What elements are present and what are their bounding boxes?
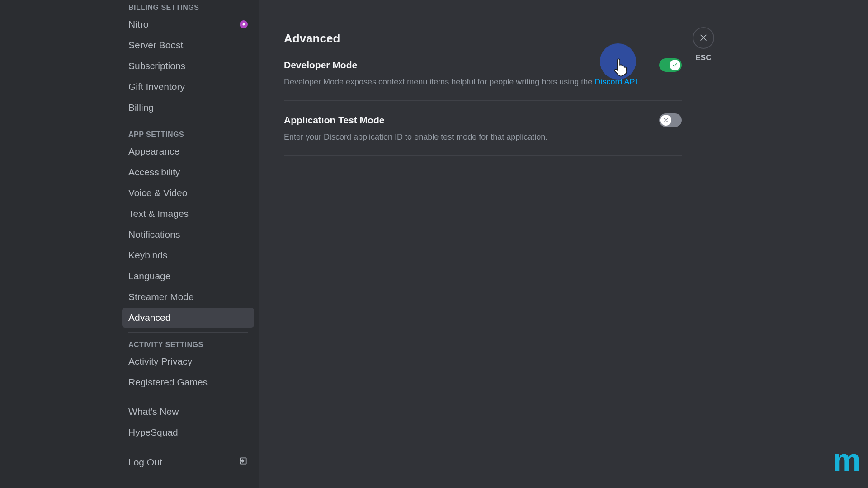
sidebar-item-label: HypeSquad (128, 427, 178, 438)
sidebar-item-label: Notifications (128, 229, 180, 240)
sidebar-item-keybinds[interactable]: Keybinds (122, 245, 254, 265)
sidebar-item-activity-privacy[interactable]: Activity Privacy (122, 352, 254, 371)
sidebar-item-label: Appearance (128, 146, 179, 157)
close-icon (698, 32, 708, 44)
sidebar-item-label: Nitro (128, 19, 148, 30)
sidebar-item-label: Language (128, 271, 170, 282)
setting-title: Application Test Mode (284, 115, 384, 126)
setting-application-test-mode: Application Test Mode Enter your Discord… (284, 113, 682, 155)
left-empty-region (0, 0, 117, 488)
esc-label: ESC (696, 53, 712, 62)
sidebar-item-server-boost[interactable]: Server Boost (122, 35, 254, 55)
toggle-knob (660, 115, 671, 126)
desc-text: . (637, 77, 639, 86)
sidebar-item-whats-new[interactable]: What's New (122, 402, 254, 422)
sidebar-item-accessibility[interactable]: Accessibility (122, 162, 254, 182)
svg-point-0 (243, 23, 245, 26)
toggle-knob (670, 60, 680, 70)
sidebar-item-advanced[interactable]: Advanced (122, 308, 254, 328)
sidebar-item-gift-inventory[interactable]: Gift Inventory (122, 77, 254, 97)
sidebar-item-nitro[interactable]: Nitro (122, 14, 254, 34)
desc-text: Developer Mode exposes context menu item… (284, 77, 594, 86)
sidebar-item-label: Accessibility (128, 167, 180, 178)
sidebar-item-subscriptions[interactable]: Subscriptions (122, 56, 254, 76)
divider (284, 100, 682, 101)
sidebar-item-label: Keybinds (128, 250, 167, 261)
sidebar-item-language[interactable]: Language (122, 266, 254, 286)
setting-title: Developer Mode (284, 60, 357, 70)
sidebar-item-label: Log Out (128, 457, 162, 468)
close-area: ESC (693, 27, 714, 62)
sidebar-item-text-images[interactable]: Text & Images (122, 204, 254, 224)
developer-mode-toggle[interactable] (659, 58, 682, 72)
discord-api-link[interactable]: Discord API (594, 77, 637, 86)
sidebar-item-label: Advanced (128, 312, 170, 323)
sidebar-item-label: Activity Privacy (128, 356, 192, 367)
divider (128, 122, 248, 122)
setting-description: Developer Mode exposes context menu item… (284, 76, 682, 88)
sidebar-item-notifications[interactable]: Notifications (122, 225, 254, 244)
sidebar-item-label: Voice & Video (128, 188, 187, 198)
sidebar-item-label: What's New (128, 406, 179, 417)
setting-developer-mode: Developer Mode Developer Mode exposes co… (284, 58, 682, 100)
divider (128, 447, 248, 447)
divider (284, 155, 682, 156)
sidebar-item-streamer-mode[interactable]: Streamer Mode (122, 287, 254, 307)
section-header-app: APP SETTINGS (122, 127, 254, 141)
section-header-activity: ACTIVITY SETTINGS (122, 337, 254, 352)
close-button[interactable] (693, 27, 714, 49)
sidebar-item-label: Streamer Mode (128, 291, 194, 302)
sidebar-item-appearance[interactable]: Appearance (122, 141, 254, 161)
sidebar-item-hypesquad[interactable]: HypeSquad (122, 422, 254, 442)
application-test-mode-toggle[interactable] (659, 113, 682, 127)
watermark-logo: m (833, 442, 858, 478)
sidebar-item-billing[interactable]: Billing (122, 98, 254, 117)
sidebar-item-voice-video[interactable]: Voice & Video (122, 183, 254, 203)
sidebar-item-label: Server Boost (128, 40, 183, 51)
main-content: Advanced Developer Mode Developer Mode e… (259, 0, 868, 488)
section-header-billing: BILLING SETTINGS (122, 0, 254, 14)
sidebar-item-label: Registered Games (128, 377, 208, 388)
nitro-badge-icon (240, 20, 248, 28)
sidebar-item-registered-games[interactable]: Registered Games (122, 372, 254, 392)
sidebar-item-label: Subscriptions (128, 61, 185, 71)
setting-description: Enter your Discord application ID to ena… (284, 131, 682, 143)
divider (128, 332, 248, 333)
divider (128, 397, 248, 397)
sidebar-item-label: Text & Images (128, 208, 189, 219)
page-title: Advanced (284, 32, 682, 46)
settings-sidebar: BILLING SETTINGS Nitro Server Boost Subs… (117, 0, 259, 488)
logout-icon (239, 456, 248, 468)
sidebar-item-label: Gift Inventory (128, 81, 185, 92)
sidebar-item-label: Billing (128, 102, 154, 113)
sidebar-item-logout[interactable]: Log Out (122, 452, 254, 472)
